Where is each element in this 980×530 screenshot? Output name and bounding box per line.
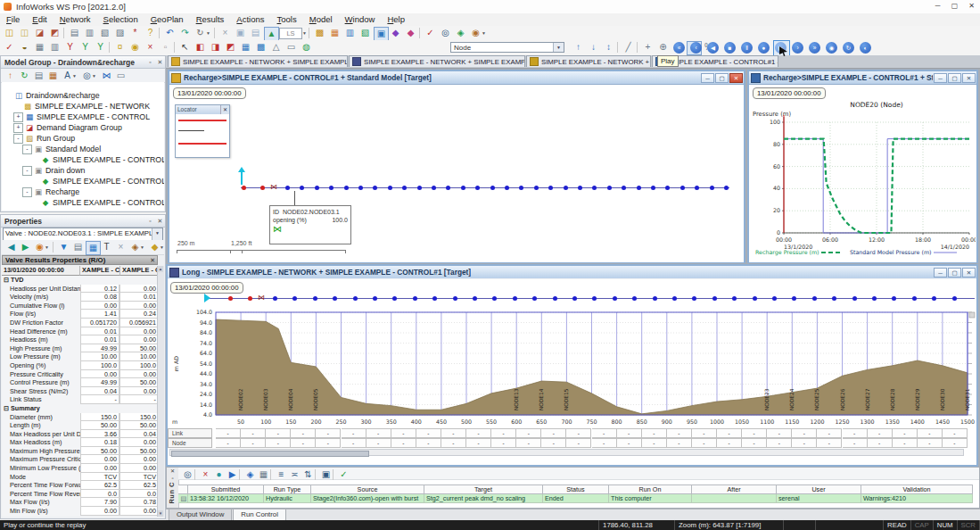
validate-network-icon[interactable]: ✓ — [424, 27, 437, 39]
geoplan-close-button[interactable]: ✕ — [729, 73, 743, 83]
delete-run-icon[interactable]: × — [199, 468, 212, 481]
results-grid-icon[interactable]: ▥ — [48, 41, 62, 54]
run-cell[interactable]: Hydraulic — [264, 494, 311, 503]
collapse-icon[interactable]: - — [13, 134, 23, 144]
grid-cell[interactable]: - — [742, 428, 767, 438]
strip-node[interactable] — [692, 296, 696, 301]
strip-node[interactable] — [473, 296, 477, 301]
new-object-icon[interactable]: ▤ — [32, 70, 45, 82]
replay-speed-button[interactable]: ◐ — [860, 42, 871, 54]
strip-node[interactable] — [952, 296, 957, 301]
select-pointer-icon[interactable]: ▲ — [264, 27, 279, 41]
properties-row[interactable]: Link Status-- — [2, 395, 160, 404]
network-node[interactable] — [578, 186, 582, 190]
grid-cell[interactable]: - — [491, 438, 516, 448]
flag-pink-icon[interactable]: ◆ — [404, 27, 417, 39]
network-node[interactable] — [651, 186, 655, 190]
find-in-tree-dropdown-icon[interactable]: ▼ — [92, 73, 96, 79]
float-panel-button[interactable]: ▫ — [145, 58, 155, 67]
collapse-icon[interactable]: - — [22, 187, 32, 197]
run-cell[interactable] — [692, 494, 777, 503]
properties-row[interactable]: Head Difference (m)0.010.00 — [2, 327, 160, 336]
replay-record-button[interactable]: ● — [758, 42, 770, 54]
help-icon[interactable]: ? — [144, 27, 157, 39]
options-icon[interactable]: ▫ — [159, 41, 172, 54]
grid-cell[interactable]: - — [441, 428, 466, 438]
network-node[interactable] — [446, 186, 450, 190]
properties-group-row[interactable]: ⊟ TVD — [2, 276, 160, 285]
grid-cell[interactable]: - — [391, 438, 416, 448]
strip-node[interactable] — [772, 296, 777, 301]
run-cell[interactable]: Ended — [543, 494, 609, 503]
network-node[interactable] — [432, 186, 436, 190]
network-node[interactable] — [358, 186, 363, 190]
long-maximize-button[interactable]: ▢ — [948, 268, 961, 277]
network-node[interactable] — [724, 186, 729, 190]
run-column-header[interactable] — [178, 484, 188, 494]
properties-row[interactable]: Shear Stress (N/m2)0.040.00 — [2, 387, 160, 396]
grid-cell[interactable]: - — [792, 428, 817, 438]
flow-results-icon[interactable]: ▼ — [57, 241, 70, 253]
tree-item-sim-draindown[interactable]: ◆SIMPLE EXAMPLE - CONTROL#1 — [2, 176, 164, 186]
scroll-up-icon[interactable]: ▲ — [158, 266, 163, 272]
replay-go-to-start-button[interactable]: « — [673, 42, 685, 54]
properties-group-row[interactable]: ⊟ Summary — [2, 404, 160, 413]
minimize-button[interactable]: ─ — [929, 1, 946, 12]
network-node[interactable] — [402, 186, 407, 190]
network-node[interactable] — [564, 186, 568, 190]
window-tab-2[interactable]: SIMPLE EXAMPLE - NETWORK + SIMPLE EXAMPL… — [349, 55, 525, 67]
page-setup-icon[interactable]: ▥ — [83, 27, 96, 39]
horizontal-scrollbar[interactable] — [169, 449, 964, 456]
merge-node-icon[interactable]: Y — [94, 41, 107, 54]
network-node[interactable] — [300, 186, 304, 190]
grid-cell[interactable]: - — [266, 428, 291, 438]
node-combobox-dropdown-icon[interactable]: ▼ — [553, 43, 564, 52]
label-find-dropdown-icon[interactable]: ▼ — [72, 73, 77, 79]
split-node-icon[interactable]: Y — [63, 41, 77, 54]
refresh-tree-icon[interactable]: ↻ — [18, 70, 31, 82]
redo-icon[interactable]: ↷ — [178, 27, 192, 39]
locator-close-icon[interactable]: ✕ — [220, 105, 229, 114]
properties-row[interactable]: Percent Time Flow Reverse0.00.0 — [2, 490, 160, 499]
network-node[interactable] — [695, 186, 699, 190]
strip-node[interactable] — [653, 296, 657, 301]
tree-item-run-recharge[interactable]: -▣Recharge — [2, 186, 164, 197]
network-node[interactable] — [388, 186, 392, 190]
properties-row[interactable]: Maximum High Pressure (m50.0050.00 — [2, 447, 160, 456]
grid-cell[interactable]: - — [541, 438, 566, 448]
long-minimize-button[interactable]: ─ — [934, 268, 947, 277]
grid-cell[interactable]: - — [491, 428, 516, 438]
import-object-icon[interactable]: ▦ — [46, 70, 60, 82]
run-column-header[interactable]: Source — [311, 484, 424, 494]
tree-item-sim-standard[interactable]: ◆SIMPLE EXAMPLE - CONTROL#1 — [2, 154, 164, 165]
grid-cell[interactable]: - — [516, 428, 541, 438]
network-node[interactable] — [461, 186, 465, 190]
grid-cell[interactable]: - — [843, 438, 868, 448]
cut-icon[interactable]: × — [218, 27, 232, 39]
select-add-icon[interactable]: ◧ — [194, 41, 207, 54]
collapse-all-icon[interactable]: ≍ — [288, 468, 301, 481]
properties-row[interactable]: Diameter (mm)150.0150.0 — [2, 413, 160, 422]
grid-cell[interactable]: - — [366, 438, 391, 448]
strip-node[interactable] — [413, 296, 417, 301]
strip-node[interactable] — [532, 296, 537, 301]
network-node[interactable] — [592, 186, 597, 190]
strip-node[interactable] — [392, 296, 397, 301]
properties-row[interactable]: Min Flow (l/s)0.000.00 — [2, 507, 160, 516]
grid-cell[interactable]: - — [742, 438, 767, 448]
grid-cell[interactable]: - — [466, 428, 491, 438]
properties-row[interactable]: Percent Time Flow Forward62.562.5 — [2, 481, 160, 490]
properties-row[interactable]: Pressure Criticality0.000.00 — [2, 370, 160, 379]
print-icon[interactable]: ▤ — [68, 27, 81, 39]
refresh-icon[interactable]: ↻ — [194, 27, 207, 39]
geoplan-minimize-button[interactable]: ─ — [701, 73, 714, 83]
thematic-globe-icon[interactable]: ◍ — [300, 41, 313, 54]
run-column-header[interactable]: Submitted — [188, 484, 264, 494]
update-from-database-icon[interactable]: ◩ — [48, 27, 62, 39]
tree-item-run-drain-down[interactable]: -▣Drain down — [2, 165, 164, 176]
strip-node[interactable] — [732, 296, 737, 301]
remove-icon[interactable]: × — [114, 241, 128, 253]
long-section-canvas[interactable]: 13/01/2020 00:00:00 ⋈ 4.014.024.034.044.… — [168, 279, 976, 454]
export-icon[interactable]: ▨ — [113, 27, 127, 39]
window-tab-1[interactable]: SIMPLE EXAMPLE - NETWORK + SIMPLE EXAMPL… — [168, 55, 348, 67]
